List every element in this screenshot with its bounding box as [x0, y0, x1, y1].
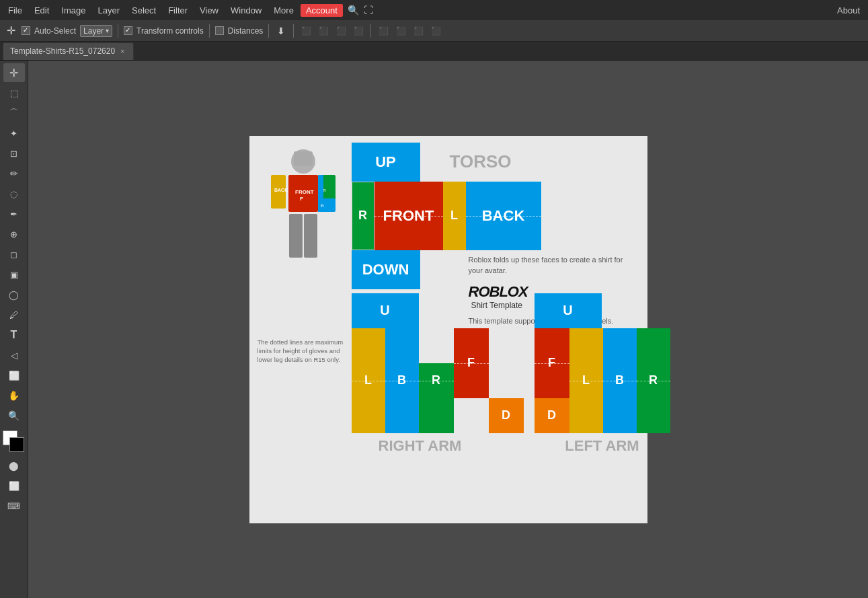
right-arm-l-top	[352, 328, 385, 363]
fg-color-box[interactable]	[9, 437, 24, 452]
fullscreen-icon[interactable]: ⛶	[362, 3, 375, 17]
distances-checkbox[interactable]	[215, 26, 224, 35]
menu-window[interactable]: Window	[225, 4, 267, 17]
tool-move[interactable]: ✛	[3, 63, 25, 82]
menu-view[interactable]: View	[194, 4, 224, 17]
canvas-area: The dotted lines are maximum limits for …	[28, 61, 868, 598]
svg-rect-11	[304, 214, 317, 258]
right-arm-text: RIGHT ARM	[379, 437, 462, 454]
left-arm-l-bottom	[569, 398, 603, 433]
tool-pen[interactable]: 🖊	[3, 305, 25, 324]
left-arm-b-top	[603, 328, 637, 363]
tool-crop[interactable]: ⊡	[3, 144, 25, 163]
right-arm-d-label: D	[502, 408, 510, 422]
menu-layer[interactable]: Layer	[93, 4, 126, 17]
torso-down-label: DOWN	[362, 261, 409, 278]
tool-zoom[interactable]: 🔍	[3, 406, 25, 425]
tool-fill[interactable]: ▣	[3, 265, 25, 284]
torso-up-cell: UP	[352, 143, 420, 182]
tool-lasso[interactable]: ⌒	[3, 104, 25, 122]
tool-dodge[interactable]: ◯	[3, 285, 25, 304]
right-arm-l-cell: L	[352, 363, 385, 398]
dashed-line-rf	[454, 363, 489, 364]
sep4	[293, 24, 294, 38]
left-arm-r-cell: R	[637, 363, 670, 398]
torso-l-label: L	[450, 209, 458, 223]
distribute-v-icon[interactable]: ⬛	[394, 24, 407, 38]
distances-label: Distances	[228, 26, 264, 36]
tool-eraser[interactable]: ◻	[3, 245, 25, 264]
dashed-line-ll	[569, 381, 603, 381]
menu-bar: File Edit Image Layer Select Filter View…	[0, 0, 868, 20]
dashed-line-front	[374, 216, 443, 217]
menu-more[interactable]: More	[268, 4, 299, 17]
menu-edit[interactable]: Edit	[29, 4, 54, 17]
dashed-line-lb	[603, 381, 637, 381]
tool-shape[interactable]: ⬜	[3, 366, 25, 385]
align-center-h-icon[interactable]: ⬛	[317, 24, 330, 38]
align-download-icon[interactable]: ⬇	[274, 24, 288, 38]
left-arm-d-label: D	[547, 408, 556, 422]
align-right-icon[interactable]: ⬛	[334, 24, 348, 38]
menu-select[interactable]: Select	[126, 4, 161, 17]
transform-controls-label: Transform controls	[136, 26, 204, 36]
tool-screen[interactable]: ⌨	[3, 496, 25, 515]
left-arm-text: LEFT ARM	[565, 437, 639, 454]
tool-type[interactable]: T	[3, 326, 25, 344]
align-bottom-icon[interactable]: ⬛	[352, 24, 365, 38]
right-arm-b-top	[385, 328, 419, 363]
torso-r-cell: R	[352, 182, 374, 250]
right-arm-section-label: RIGHT ARM	[352, 437, 489, 455]
search-icon[interactable]: 🔍	[347, 3, 360, 17]
align-left-icon[interactable]: ⬛	[299, 24, 313, 38]
tool-mask[interactable]: ⬤	[3, 456, 25, 475]
right-arm-f-cell: F	[454, 328, 489, 398]
toolbar: ✛ Auto-Select Layer Transform controls D…	[0, 20, 868, 42]
right-arm-b-cell: B	[385, 363, 419, 398]
color-picker[interactable]	[3, 431, 26, 453]
tool-brush[interactable]: ✒	[3, 204, 25, 223]
svg-rect-1	[294, 151, 313, 166]
right-arm-l-bottom	[352, 398, 385, 433]
distribute-3-icon[interactable]: ⬛	[411, 24, 425, 38]
menu-account[interactable]: Account	[301, 4, 343, 17]
sep5	[370, 24, 371, 38]
menu-filter[interactable]: Filter	[163, 4, 193, 17]
menu-file[interactable]: File	[3, 4, 28, 17]
tool-hand[interactable]: ✋	[3, 386, 25, 405]
tool-stamp[interactable]: ⊕	[3, 225, 25, 244]
dashed-line-rl	[352, 381, 385, 381]
svg-text:FRONT: FRONT	[295, 189, 314, 195]
left-arm-l-top	[569, 328, 603, 363]
menu-image[interactable]: Image	[56, 4, 91, 17]
active-tab[interactable]: Template-Shirts-R15_072620 ×	[3, 42, 134, 60]
tab-bar: Template-Shirts-R15_072620 ×	[0, 42, 868, 61]
svg-text:F: F	[300, 196, 303, 202]
dashed-line-rb	[385, 381, 419, 381]
tool-eyedropper[interactable]: ✏	[3, 164, 25, 183]
auto-select-checkbox[interactable]	[22, 26, 30, 35]
tool-quickmask[interactable]: ⬜	[3, 476, 25, 495]
left-arm-l-cell: L	[569, 363, 603, 398]
tool-path[interactable]: ◁	[3, 346, 25, 365]
layer-dropdown[interactable]: Layer	[80, 25, 112, 37]
dashed-line-lf	[535, 363, 569, 364]
distribute-h-icon[interactable]: ⬛	[377, 24, 390, 38]
sep2	[209, 24, 210, 38]
menu-about[interactable]: About	[832, 4, 865, 17]
dashed-line-back	[466, 216, 541, 217]
tab-close-button[interactable]: ×	[119, 46, 126, 56]
torso-label-cell: TORSO	[420, 143, 541, 182]
distribute-4-icon[interactable]: ⬛	[429, 24, 442, 38]
left-arm-r-top	[637, 328, 670, 363]
left-arm-f-cell: F	[535, 328, 569, 398]
sep3	[268, 24, 269, 38]
left-arm-b-bottom	[603, 398, 637, 433]
transform-controls-checkbox[interactable]	[124, 26, 132, 35]
right-arm-r-cell: R	[419, 363, 454, 398]
auto-select-label: Auto-Select	[34, 26, 76, 36]
info-text: Roblox folds up these faces to create a …	[469, 254, 638, 276]
tool-patch[interactable]: ◌	[3, 184, 25, 203]
tool-select-rect[interactable]: ⬚	[3, 83, 25, 102]
tool-magic-wand[interactable]: ✦	[3, 124, 25, 143]
